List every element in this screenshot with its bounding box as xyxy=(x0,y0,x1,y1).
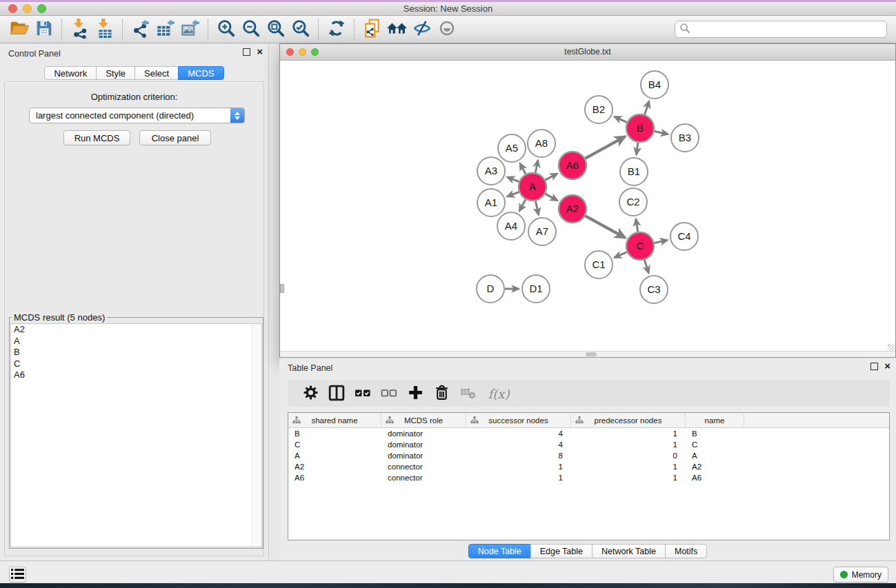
result-item[interactable]: C xyxy=(11,358,261,370)
table-cell[interactable]: A xyxy=(288,452,381,460)
graph-edge-A2-C[interactable] xyxy=(585,216,625,238)
table-tab-node-table[interactable]: Node Table xyxy=(468,544,531,558)
float-table-panel-icon[interactable] xyxy=(870,363,878,370)
close-table-panel-icon[interactable]: × xyxy=(884,362,890,370)
table-cell[interactable]: 4 xyxy=(466,429,571,438)
zoom-in-button[interactable] xyxy=(214,19,239,41)
table-cell[interactable]: C xyxy=(288,440,381,449)
criterion-dropdown[interactable]: largest connected component (directed) xyxy=(29,108,245,123)
network-canvas[interactable]: AA1A2A3A4A5A6A7A8BB1B2B3B4CC1C2C3C4DD1 xyxy=(280,60,895,352)
zoom-fit-button[interactable] xyxy=(263,19,288,41)
new-network-from-selection-button[interactable] xyxy=(360,19,385,41)
float-panel-icon[interactable] xyxy=(243,48,250,56)
select-all-columns-button[interactable] xyxy=(350,383,376,405)
export-network-button[interactable] xyxy=(128,19,153,41)
column-header-name[interactable]: name xyxy=(686,413,744,427)
graph-edge-C-C1[interactable] xyxy=(615,252,627,258)
network-horizontal-scrollbar[interactable] xyxy=(280,351,895,357)
table-cell[interactable]: connector xyxy=(381,474,466,482)
column-header-MCDS-role[interactable]: MCDS role xyxy=(381,413,466,427)
table-cell[interactable]: dominator xyxy=(381,452,466,460)
unselect-all-columns-button[interactable] xyxy=(376,383,402,405)
search-input[interactable] xyxy=(690,23,882,37)
graph-edge-B-B4[interactable] xyxy=(645,101,649,114)
result-scrollbar[interactable] xyxy=(252,324,261,547)
table-cell[interactable]: connector xyxy=(381,463,466,471)
graph-edge-A-A3[interactable] xyxy=(507,177,519,182)
apply-layout-button[interactable] xyxy=(324,19,349,41)
result-item[interactable]: B xyxy=(11,347,261,358)
tab-select[interactable]: Select xyxy=(135,66,179,80)
show-column-button[interactable] xyxy=(323,383,350,405)
column-header-successor-nodes[interactable]: successor nodes xyxy=(466,413,571,427)
graph-edge-A-A2[interactable] xyxy=(545,194,557,201)
task-history-button[interactable] xyxy=(9,567,26,582)
export-image-button[interactable] xyxy=(178,19,203,41)
table-cell[interactable]: 4 xyxy=(466,440,571,449)
graph-edge-C-C3[interactable] xyxy=(644,260,648,273)
graph-edge-A-A4[interactable] xyxy=(519,199,526,211)
table-row[interactable]: Adominator80A xyxy=(288,450,889,461)
table-cell[interactable]: B xyxy=(288,429,381,438)
graph-edge-A-A5[interactable] xyxy=(520,163,526,174)
column-header-predecessor-nodes[interactable]: predecessor nodes xyxy=(571,413,686,427)
import-table-button[interactable] xyxy=(92,19,117,41)
table-cell[interactable]: 1 xyxy=(571,474,686,482)
table-settings-button[interactable] xyxy=(297,383,323,405)
table-cell[interactable]: 0 xyxy=(571,452,686,460)
graph-edge-A6-B[interactable] xyxy=(585,136,625,159)
table-cell[interactable]: A6 xyxy=(686,474,744,482)
graph-edge-A-A7[interactable] xyxy=(535,201,538,215)
graph-edge-B-B3[interactable] xyxy=(655,131,668,134)
result-item[interactable]: A xyxy=(11,336,261,347)
import-network-button[interactable] xyxy=(68,19,92,41)
table-row[interactable]: A2connector11A2 xyxy=(288,461,889,472)
table-cell[interactable]: C xyxy=(686,440,744,449)
table-row[interactable]: Bdominator41B xyxy=(288,428,889,439)
memory-button[interactable]: Memory xyxy=(833,567,888,582)
close-panel-button[interactable]: Close panel xyxy=(139,130,211,145)
network-vertical-scrollbar-thumb[interactable] xyxy=(280,284,284,293)
tab-network[interactable]: Network xyxy=(44,66,97,80)
table-cell[interactable]: A2 xyxy=(686,463,744,471)
result-item[interactable]: A6 xyxy=(11,369,261,381)
table-cell[interactable]: 1 xyxy=(571,429,686,438)
network-horizontal-scrollbar-thumb[interactable] xyxy=(586,352,597,356)
tab-mcds[interactable]: MCDS xyxy=(178,66,223,80)
save-session-button[interactable] xyxy=(32,19,57,41)
add-column-button[interactable] xyxy=(402,383,428,405)
column-header-shared-name[interactable]: shared name xyxy=(288,413,381,427)
table-tab-motifs[interactable]: Motifs xyxy=(665,544,707,558)
table-cell[interactable]: 1 xyxy=(571,440,686,449)
table-tab-network-table[interactable]: Network Table xyxy=(592,544,666,558)
graph-edge-B-B1[interactable] xyxy=(637,143,638,154)
graph-edge-A-A1[interactable] xyxy=(507,192,519,197)
table-cell[interactable]: dominator xyxy=(381,429,466,438)
run-mcds-button[interactable]: Run MCDS xyxy=(63,130,130,145)
graph-edge-C-C4[interactable] xyxy=(655,240,668,243)
export-table-button[interactable] xyxy=(153,19,178,41)
table-cell[interactable]: 1 xyxy=(466,463,571,471)
graph-edge-B-B2[interactable] xyxy=(615,116,627,122)
table-cell[interactable]: A2 xyxy=(288,463,381,471)
hide-graphics-details-button[interactable] xyxy=(410,19,435,41)
zoom-selected-button[interactable] xyxy=(288,19,313,41)
table-cell[interactable]: B xyxy=(686,429,744,438)
table-cell[interactable]: dominator xyxy=(381,440,466,449)
table-cell[interactable]: A6 xyxy=(288,474,381,482)
table-tab-edge-table[interactable]: Edge Table xyxy=(530,544,593,558)
table-row[interactable]: A6connector11A6 xyxy=(288,472,889,483)
table-cell[interactable]: 1 xyxy=(571,463,686,471)
result-item[interactable]: A2 xyxy=(11,324,261,336)
home-pages-button[interactable] xyxy=(385,19,410,41)
zoom-out-button[interactable] xyxy=(239,19,263,41)
close-panel-icon[interactable]: × xyxy=(257,48,263,56)
window-resize-grip[interactable] xyxy=(888,344,895,351)
table-cell[interactable]: A xyxy=(686,452,744,460)
table-cell[interactable]: 1 xyxy=(466,474,571,482)
table-cell[interactable]: 8 xyxy=(466,452,571,460)
graph-edge-A-A8[interactable] xyxy=(535,160,538,172)
tab-style[interactable]: Style xyxy=(96,66,135,80)
delete-columns-button[interactable] xyxy=(428,383,455,405)
open-session-button[interactable] xyxy=(7,19,32,41)
